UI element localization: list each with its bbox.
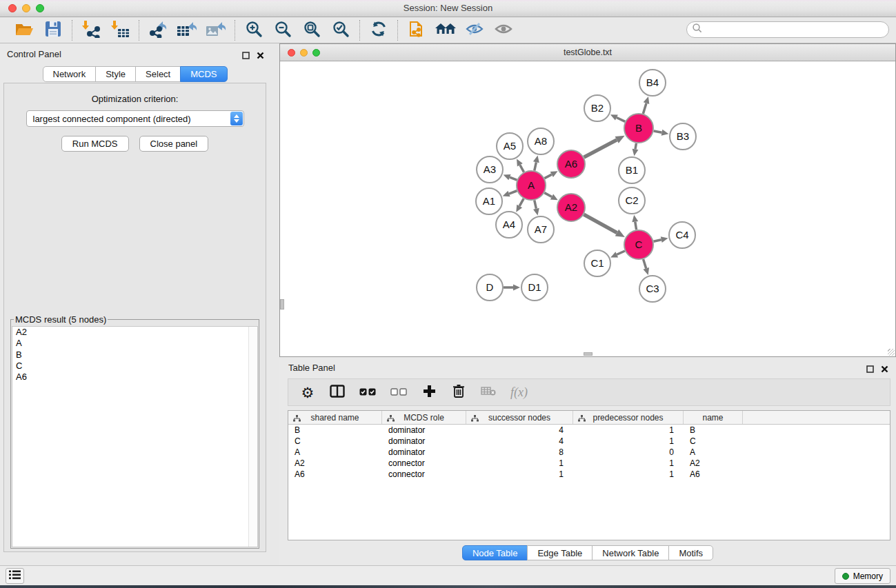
table-cell: 1 [573, 425, 684, 435]
graph-edge-C-C1[interactable] [617, 251, 625, 254]
graph-edge-A-A6[interactable] [544, 174, 551, 179]
criterion-dropdown[interactable]: largest connected component (directed) [26, 110, 244, 127]
column-header-label: name [702, 413, 723, 423]
export-network-button[interactable] [147, 20, 169, 41]
export-table-button[interactable] [176, 20, 198, 41]
tab-network[interactable]: Network [42, 66, 96, 82]
mcds-result-list[interactable]: A2ABCA6 [12, 326, 258, 547]
search-input[interactable] [703, 25, 888, 35]
show-all-button[interactable] [435, 20, 457, 41]
eye-slash-icon [465, 21, 484, 40]
network-window-titlebar[interactable]: testGlobe.txt [280, 44, 895, 61]
tab-edge-table[interactable]: Edge Table [527, 545, 593, 560]
column-type-icon [578, 414, 586, 424]
close-panel-icon[interactable] [257, 50, 264, 62]
function-builder-button-disabled[interactable]: f(x) [510, 385, 528, 400]
memory-button[interactable]: Memory [835, 568, 890, 584]
table-cell: B [684, 425, 743, 435]
show-columns-button[interactable] [330, 385, 345, 401]
graph-edge-A-A5[interactable] [520, 165, 524, 172]
result-list-scrollbar[interactable] [248, 327, 257, 547]
graph-edge-A-A2[interactable] [544, 193, 552, 197]
column-header-name[interactable]: name [684, 411, 743, 424]
horizontal-scrollbar[interactable] [280, 352, 895, 356]
tab-node-table[interactable]: Node Table [462, 545, 528, 560]
graph-edge-B-B2[interactable] [617, 117, 625, 121]
zoom-selected-button[interactable] [330, 20, 352, 41]
import-network-button[interactable] [80, 20, 102, 41]
deselect-all-rows-button[interactable] [390, 386, 407, 398]
open-session-button[interactable] [13, 20, 35, 41]
run-mcds-button[interactable]: Run MCDS [61, 136, 129, 152]
graph-edge-B-B3[interactable] [654, 131, 662, 132]
table-cell: A2 [684, 458, 743, 468]
zoom-in-button[interactable] [243, 20, 265, 41]
mcds-result-item[interactable]: B [12, 349, 257, 361]
table-panel-title: Table Panel [288, 363, 335, 373]
graph-node-label: C4 [675, 229, 688, 241]
show-panels-button[interactable] [6, 568, 24, 584]
create-column-button[interactable] [421, 385, 437, 401]
tab-style[interactable]: Style [95, 66, 136, 82]
mcds-result-item[interactable]: A2 [12, 327, 257, 338]
graph-edge-A-A4[interactable] [519, 199, 524, 206]
tab-mcds[interactable]: MCDS [180, 66, 227, 82]
table-row[interactable]: Cdominator41C [288, 436, 890, 447]
trash-icon [452, 384, 465, 401]
table-row[interactable]: A6connector11A6 [288, 469, 890, 480]
mcds-result-item[interactable]: C [12, 361, 257, 372]
graph-edge-B-B4[interactable] [643, 103, 646, 114]
graph-edge-A-A3[interactable] [510, 177, 517, 180]
zoom-out-button[interactable] [272, 20, 294, 41]
float-table-panel-icon[interactable] [866, 363, 874, 376]
resize-grip-icon[interactable] [888, 349, 895, 356]
select-all-rows-button[interactable] [359, 386, 376, 398]
column-header-shared-name[interactable]: shared name [288, 411, 382, 424]
import-table-button[interactable] [109, 20, 131, 41]
column-header-successor-nodes[interactable]: successor nodes [466, 411, 573, 424]
table-cell: A6 [684, 469, 743, 479]
mcds-result-item[interactable]: A6 [12, 372, 257, 383]
tab-select[interactable]: Select [135, 66, 181, 82]
graph-edge-arrowhead [504, 174, 511, 180]
column-header-MCDS-role[interactable]: MCDS role [382, 411, 466, 424]
import-network-icon [81, 20, 101, 41]
graph-edge-C-C4[interactable] [653, 240, 661, 242]
table-row[interactable]: A2connector11A2 [288, 458, 890, 469]
tab-motifs[interactable]: Motifs [668, 545, 713, 560]
network-canvas[interactable]: AA6A2BCA5A8A3A1A4A7B2B4B3B1C2C4C1C3DD1 [280, 61, 895, 352]
table-row[interactable]: Bdominator41B [288, 425, 890, 436]
graph-edge-A-A7[interactable] [535, 200, 537, 208]
table-cell: 1 [573, 469, 684, 479]
export-image-button[interactable] [205, 20, 227, 41]
search-field[interactable] [686, 21, 889, 38]
graph-edge-C-C2[interactable] [635, 222, 637, 230]
horizontal-scrollbar-thumb[interactable] [584, 352, 593, 356]
graph-edge-arrowhead [661, 236, 668, 243]
hide-selected-button[interactable] [464, 20, 486, 41]
graph-edge-B-B1[interactable] [635, 143, 636, 150]
zoom-fit-button[interactable] [301, 20, 323, 41]
close-panel-button[interactable]: Close panel [139, 136, 209, 152]
show-hidden-button[interactable] [492, 20, 515, 41]
save-session-button[interactable] [42, 20, 64, 41]
table-settings-button[interactable]: ⚙ [300, 385, 315, 400]
vertical-scrollbar-thumb[interactable] [280, 299, 284, 310]
delete-table-button-disabled[interactable] [481, 386, 496, 398]
graph-edge-A-A8[interactable] [535, 162, 537, 170]
graph-edge-A-A1[interactable] [509, 191, 517, 194]
tab-network-table[interactable]: Network Table [592, 545, 669, 560]
table-body: Bdominator41BCdominator41CAdominator80AA… [288, 425, 890, 480]
column-header-predecessor-nodes[interactable]: predecessor nodes [573, 411, 684, 424]
close-table-panel-icon[interactable] [881, 363, 888, 376]
graph-edge-A2-C[interactable] [584, 214, 617, 232]
graph-edge-C-C3[interactable] [644, 259, 646, 268]
network-graph[interactable]: AA6A2BCA5A8A3A1A4A7B2B4B3B1C2C4C1C3DD1 [280, 61, 895, 353]
graph-edge-A6-B[interactable] [584, 140, 617, 157]
delete-columns-button[interactable] [451, 384, 466, 401]
refresh-button[interactable] [368, 20, 390, 41]
table-row[interactable]: Adominator80A [288, 447, 890, 458]
float-panel-icon[interactable] [242, 50, 250, 62]
mcds-result-item[interactable]: A [12, 338, 257, 349]
new-network-from-selection-button[interactable] [406, 20, 428, 41]
